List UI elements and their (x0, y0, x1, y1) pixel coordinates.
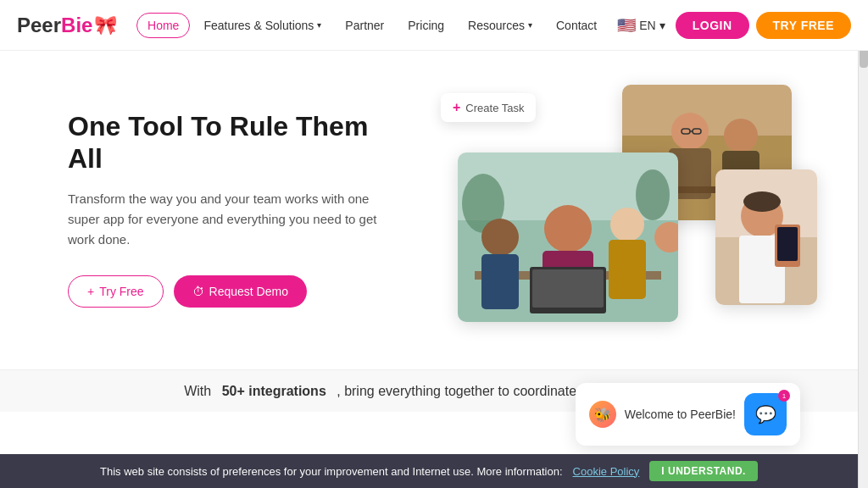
svg-rect-18 (532, 269, 604, 308)
plus-icon: + (87, 285, 94, 298)
svg-point-21 (610, 208, 644, 241)
create-task-badge: + Create Task (441, 93, 536, 122)
chat-bubble: 🐝 Welcome to PeerBie! 💬 1 (576, 383, 800, 446)
try-free-button[interactable]: + Try Free (68, 275, 164, 308)
cta-buttons: + Try Free ⏱ Request Demo (68, 275, 390, 308)
cookie-text: This web site consists of preferences fo… (100, 465, 563, 478)
nav-contact[interactable]: Contact (546, 14, 607, 37)
nav-resources[interactable]: Resources ▾ (458, 14, 542, 37)
logo-text-bie: Bie (61, 14, 92, 37)
chat-welcome-text: Welcome to PeerBie! (625, 408, 736, 421)
nav-partner[interactable]: Partner (335, 14, 394, 37)
hero-image-bottom-left (458, 152, 678, 322)
nav-home[interactable]: Home (136, 13, 190, 38)
nav-pricing[interactable]: Pricing (398, 14, 454, 37)
logo-icon: 🎀 (94, 14, 117, 36)
hero-image-bottom-right (715, 169, 817, 305)
logo-text-peer: Peer (17, 14, 61, 37)
hero-left: One Tool To Rule Them All Transform the … (68, 85, 390, 308)
hero-subtitle: Transform the way you and your team work… (68, 189, 390, 250)
cookie-policy-link[interactable]: Cookie Policy (573, 465, 640, 478)
integrations-prefix: With (184, 384, 211, 399)
request-demo-button[interactable]: ⏱ Request Demo (174, 275, 307, 308)
svg-point-13 (636, 169, 670, 220)
chat-notification-badge: 1 (778, 390, 790, 402)
try-free-nav-button[interactable]: TRY FREE (756, 12, 851, 39)
plus-icon-badge: + (453, 100, 460, 115)
cookie-bar: This web site consists of preferences fo… (0, 454, 858, 488)
chat-avatar: 🐝 (589, 401, 616, 428)
flag-icon: 🇺🇸 (617, 16, 636, 35)
svg-point-19 (481, 219, 519, 256)
main-content: One Tool To Rule Them All Transform the … (0, 51, 868, 403)
nav-language[interactable]: 🇺🇸 EN ▾ (610, 11, 671, 40)
svg-rect-20 (481, 254, 519, 309)
login-button[interactable]: LOGIN (676, 12, 749, 39)
header: PeerBie🎀 Home Features & Solutions ▾ Par… (0, 0, 868, 51)
chevron-down-icon-lang: ▾ (659, 19, 665, 32)
hero-images: + Create Task (441, 85, 817, 373)
main-nav: Home Features & Solutions ▾ Partner Pric… (136, 11, 851, 40)
chat-icon: 💬 (755, 404, 776, 424)
svg-point-15 (544, 205, 592, 252)
integrations-highlight: 50+ integrations (222, 384, 326, 399)
hero-title: One Tool To Rule Them All (68, 110, 390, 175)
svg-rect-22 (609, 240, 646, 299)
clock-icon: ⏱ (192, 285, 204, 298)
svg-point-4 (724, 119, 758, 152)
chevron-down-icon-resources: ▾ (528, 20, 532, 30)
cookie-accept-button[interactable]: I UNDERSTAND. (649, 461, 758, 481)
svg-point-30 (743, 191, 781, 212)
chat-open-button[interactable]: 💬 1 (744, 393, 787, 435)
page-scrollbar[interactable] (858, 0, 868, 488)
svg-rect-29 (777, 227, 798, 261)
logo[interactable]: PeerBie🎀 (17, 14, 117, 37)
chevron-down-icon: ▾ (317, 20, 321, 30)
nav-features[interactable]: Features & Solutions ▾ (193, 14, 331, 37)
